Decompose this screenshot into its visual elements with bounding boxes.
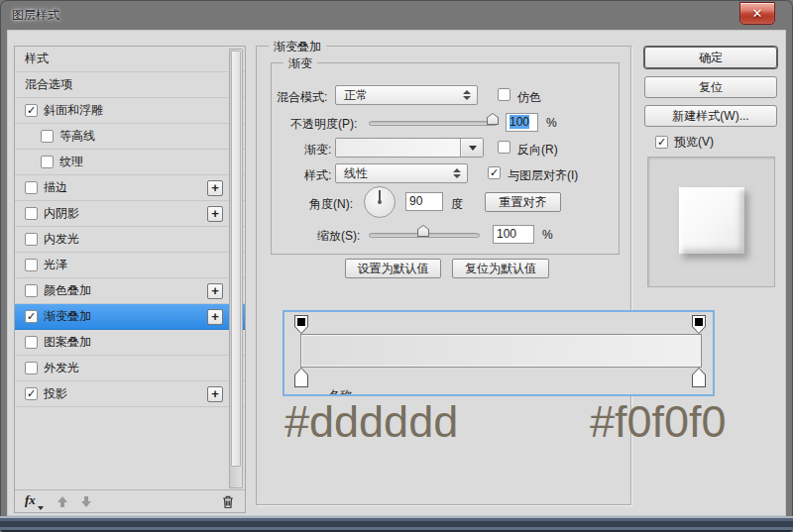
sidebar-item-inner-glow[interactable]: 内发光 [15,227,245,253]
sidebar-item-styles[interactable]: 样式 [15,47,245,72]
sidebar-item-label: 渐变叠加 [44,304,91,329]
color-stop-right[interactable] [692,368,706,387]
checkbox-unchecked[interactable] [25,362,38,374]
sidebar-item-pattern-overlay[interactable]: 图案叠加 [15,330,245,356]
reset-button[interactable]: 复位 [644,76,777,98]
checkbox-checked[interactable]: ✓ [25,387,38,400]
sidebar-item-gradient-overlay[interactable]: ✓ 渐变叠加 + [15,304,245,330]
checkbox-unchecked[interactable] [41,130,54,143]
sidebar-item-satin[interactable]: 光泽 [15,253,245,278]
sidebar-scrollbar[interactable] [229,49,243,488]
dialog-title: 图层样式 [12,7,59,24]
fx-menu-button[interactable]: fx [25,492,44,510]
checkbox-unchecked[interactable] [25,336,38,349]
style-select[interactable]: 线性 [335,163,468,183]
sidebar-item-color-overlay[interactable]: 颜色叠加 + [15,278,245,304]
opacity-slider[interactable] [369,121,498,126]
preview-option: ✓ 预览(V) [655,134,714,151]
sidebar-item-label: 图案叠加 [44,330,91,355]
align-layer-checkbox[interactable]: ✓ [488,166,501,179]
opacity-input[interactable]: 100 [506,113,538,132]
scale-label: 缩放(S): [317,228,360,245]
dialog-body: 样式 混合选项 ✓ 斜面和浮雕 等高线 纹理 描边 + [7,30,786,516]
opacity-stop-left[interactable] [294,315,308,334]
reset-to-default-button[interactable]: 复位为默认值 [452,259,549,278]
sidebar-item-label: 纹理 [59,150,83,174]
panel-title: 渐变叠加 [269,39,326,55]
move-effect-down-button[interactable] [81,496,91,507]
add-effect-button[interactable]: + [207,206,223,222]
opacity-stop-right[interactable] [692,315,706,334]
title-bar[interactable]: 图层样式 ✕ [0,0,793,30]
sidebar-item-blending-options[interactable]: 混合选项 [15,72,245,98]
preview-checkbox[interactable]: ✓ [655,136,668,149]
sidebar-item-label: 光泽 [44,253,67,277]
check-icon: ✓ [657,136,666,148]
close-button[interactable]: ✕ [739,2,775,25]
gradient-swatch[interactable] [336,139,461,157]
layer-style-dialog: 图层样式 ✕ 样式 混合选项 ✓ 斜面和浮雕 等高线 纹理 [0,0,793,532]
sidebar-item-bevel-emboss[interactable]: ✓ 斜面和浮雕 [15,98,245,124]
ok-button[interactable]: 确定 [644,47,777,68]
checkbox-checked[interactable]: ✓ [25,104,38,117]
checkbox-unchecked[interactable] [25,207,38,220]
sidebar-item-texture[interactable]: 纹理 [15,150,245,175]
checkbox-checked[interactable]: ✓ [25,310,38,323]
angle-dial[interactable] [364,186,396,218]
reverse-checkbox[interactable] [498,141,510,154]
scale-slider-thumb[interactable] [417,225,429,237]
add-effect-button[interactable]: + [207,180,223,196]
checkbox-unchecked[interactable] [25,259,38,271]
gradient-bar[interactable] [300,334,702,368]
style-label: 样式: [304,167,331,184]
scale-input[interactable]: 100 [493,225,534,244]
checkbox-unchecked[interactable] [41,156,54,168]
name-label-clipped: 名称 [328,387,352,396]
check-icon: ✓ [490,166,499,178]
arrow-down-icon [81,501,91,507]
checkbox-unchecked[interactable] [25,284,38,297]
delete-effect-button[interactable] [221,494,235,509]
effects-toolbar: fx [15,489,245,512]
scrollbar-thumb[interactable] [231,51,241,467]
reset-alignment-button[interactable]: 重置对齐 [485,192,561,212]
angle-value: 90 [409,194,422,208]
opacity-unit: % [546,116,557,130]
style-preview-thumbnail [679,187,744,254]
sidebar-item-outer-glow[interactable]: 外发光 [15,356,245,381]
gradient-label: 渐变: [304,142,331,159]
fx-caret-icon [38,506,44,510]
angle-unit: 度 [451,196,463,213]
add-effect-button[interactable]: + [207,386,223,402]
color-stop-left[interactable] [294,368,308,387]
checkbox-unchecked[interactable] [25,181,38,194]
scale-slider[interactable] [369,233,480,238]
new-style-button[interactable]: 新建样式(W)... [644,105,777,127]
gradient-dropdown-button[interactable] [462,139,483,157]
move-effect-up-button[interactable] [57,496,67,507]
add-effect-button[interactable]: + [207,309,223,325]
opacity-slider-thumb[interactable] [487,113,499,125]
sidebar-item-label: 等高线 [59,124,95,149]
dither-checkbox[interactable] [498,88,510,101]
checkbox-unchecked[interactable] [25,233,38,246]
angle-input[interactable]: 90 [405,192,443,211]
sidebar-item-inner-shadow[interactable]: 内阴影 + [15,201,245,227]
sidebar-item-label: 外发光 [44,356,79,380]
opacity-label: 不透明度(P): [290,116,357,133]
gradient-picker[interactable] [335,138,484,158]
blend-mode-label: 混合模式: [277,89,327,106]
sidebar-item-drop-shadow[interactable]: ✓ 投影 + [15,381,245,407]
sidebar-item-contour[interactable]: 等高线 [15,124,245,150]
sidebar-item-stroke[interactable]: 描边 + [15,175,245,201]
style-list-panel: 样式 混合选项 ✓ 斜面和浮雕 等高线 纹理 描边 + [14,46,246,513]
add-effect-button[interactable]: + [207,283,223,299]
updown-arrows-icon [453,168,461,178]
make-default-button[interactable]: 设置为默认值 [345,259,441,278]
reverse-label: 反向(R) [517,142,558,159]
style-preview-panel [647,157,775,287]
annotation-end-hex: #f0f0f0 [590,396,727,448]
blend-mode-select[interactable]: 正常 [335,85,478,105]
dither-label: 仿色 [517,89,541,106]
sidebar-item-label: 投影 [44,381,67,406]
